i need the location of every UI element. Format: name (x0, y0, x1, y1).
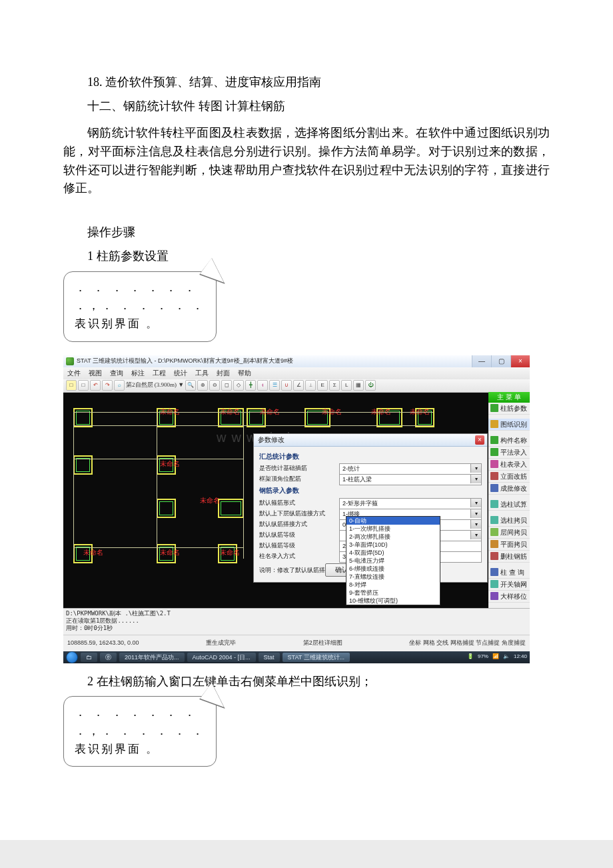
field-label: 框架顶角位配筋 (259, 475, 339, 484)
dropdown[interactable]: 2-统计▾ (339, 463, 482, 475)
dropdown-list[interactable]: 0-自动 1-一次绑扎搭接 2-两次绑扎搭接 3-单面焊(10D) 4-双面焊(… (346, 516, 440, 605)
toolbar-icon[interactable]: E (317, 380, 328, 391)
menu-item[interactable]: 工具 (195, 368, 209, 379)
callout-1: ． ． ． ． ． ． ． ．，． ． ． ． ． ． 表识别界面 。 (63, 271, 217, 342)
dropdown-arrow-icon[interactable]: ▾ (470, 499, 481, 507)
menu-item[interactable]: 帮助 (238, 368, 251, 379)
menu-item[interactable]: 标注 (131, 368, 145, 379)
toolbar-icon[interactable]: ↷ (102, 380, 113, 391)
floor-selector[interactable]: 第2自然层 (3.900m) ▼ (126, 381, 184, 390)
dropdown-option[interactable]: 5-电渣压力焊 (346, 557, 440, 565)
dropdown-option[interactable]: 1-一次绑扎搭接 (346, 525, 440, 533)
col-label: 未命名 (83, 547, 103, 558)
menu-item[interactable]: 文件 (67, 368, 81, 379)
menu-item[interactable]: 查询 (110, 368, 123, 379)
toolbar-icon[interactable]: ╋ (245, 380, 256, 391)
sidebar-item[interactable]: 图纸识别 (488, 419, 530, 431)
sidebar-item-label: 构件名称 (500, 435, 527, 446)
toolbar-icon[interactable]: ◇ (233, 380, 244, 391)
taskbar-item[interactable]: STAT 三维建筑统计... (283, 653, 350, 662)
sidebar-item-label: 平法录入 (500, 447, 527, 458)
dropdown-option[interactable]: 6-绑接或连接 (346, 565, 440, 573)
taskbar-item[interactable]: Stat (259, 653, 280, 662)
dropdown[interactable]: 2-矩形井字箍▾ (339, 498, 482, 509)
toolbar-icon[interactable]: ⏻ (365, 380, 376, 391)
dropdown-option[interactable]: 8-对焊 (346, 581, 440, 589)
sidebar-item[interactable]: 平面拷贝 (488, 539, 530, 551)
toolbar-icon[interactable]: ⫞ (257, 380, 268, 391)
toolbar-icon[interactable]: ⌕ (114, 380, 125, 391)
toolbar-icon[interactable]: ∪ (281, 380, 292, 391)
toolbar-icon[interactable]: ⟂ (305, 380, 316, 391)
taskbar-item[interactable]: 🗀 (81, 653, 97, 662)
sidebar-item-label: 层间拷贝 (500, 527, 527, 538)
taskbar-item[interactable]: ⓔ (100, 653, 117, 662)
dropdown-option[interactable]: 4-双面焊(5D) (346, 549, 440, 557)
dropdown-option[interactable]: 2-两次绑扎搭接 (346, 533, 440, 541)
dropdown-option[interactable]: 0-自动 (346, 517, 440, 525)
dropdown-option[interactable]: 10-维螺纹(可调型) (346, 597, 440, 605)
toolbar-icon[interactable]: ▦ (353, 380, 364, 391)
toolbar[interactable]: □ □ ↶ ↷ ⌕ 第2自然层 (3.900m) ▼ 🔍 ⊕ ⊖ ◻ ◇ ╋ ⫞… (63, 379, 530, 393)
sidebar-item[interactable]: 选柱拷贝 (488, 515, 530, 527)
toolbar-icon[interactable]: ☰ (269, 380, 280, 391)
dropdown-arrow-icon[interactable]: ▾ (470, 531, 481, 539)
menu-item[interactable]: 视图 (89, 368, 102, 379)
cmd-line: D:\PKPMWORK\副本 .\柱施工图\2.T (66, 610, 527, 617)
systray[interactable]: 🔋 97% 📶 🔈 12:40 (467, 653, 527, 661)
callout-wrap: ． ． ． ． ． ． ． ．，． ． ． ． ． ． 表识别界面 。 (63, 271, 550, 342)
toolbar-icon[interactable]: ⊕ (197, 380, 208, 391)
toolbar-icon[interactable]: 🔍 (185, 380, 196, 391)
toolbar-icon[interactable]: L (341, 380, 352, 391)
sidebar-item[interactable]: 层间拷贝 (488, 527, 530, 539)
doc-step1: 1 柱筋参数设置 (63, 247, 550, 266)
dropdown-arrow-icon[interactable]: ▾ (470, 475, 481, 483)
toolbar-icon[interactable]: □ (66, 380, 77, 391)
menu-item[interactable]: 统计 (174, 368, 187, 379)
sidebar-item[interactable]: 柱 查 询 (488, 567, 530, 579)
start-button-icon[interactable] (66, 651, 78, 663)
menu-item[interactable]: 封面 (217, 368, 230, 379)
snap-toggles[interactable]: 坐标 网格 交线 网格捕捉 节点捕捉 角度捕捉 (409, 639, 526, 648)
toolbar-icon[interactable]: □ (78, 380, 89, 391)
dropdown[interactable]: 1-柱筋入梁▾ (339, 474, 482, 485)
toolbar-icon[interactable]: Σ (329, 380, 340, 391)
minimize-button[interactable]: — (472, 355, 491, 367)
sidebar-item[interactable]: 柱表录入 (488, 459, 530, 471)
menubar[interactable]: 文件 视图 查询 标注 工程 统计 工具 封面 帮助 (63, 367, 530, 379)
close-button[interactable]: × (510, 355, 530, 367)
sidebar-item[interactable]: 删柱钢筋 (488, 551, 530, 563)
command-bar[interactable]: D:\PKPMWORK\副本 .\柱施工图\2.T 正在读取第1层数据.....… (63, 608, 530, 635)
dropdown-option[interactable]: 7-直螺纹连接 (346, 573, 440, 581)
sidebar-item[interactable]: 大样移位 (488, 591, 530, 603)
sidebar-item[interactable]: 平法录入 (488, 447, 530, 459)
dropdown-option[interactable]: 3-单面焊(10D) (346, 541, 440, 549)
dropdown-arrow-icon[interactable]: ▾ (470, 520, 481, 529)
toolbar-icon[interactable]: ↶ (90, 380, 101, 391)
callout-text: 表识别界面 。 (75, 740, 205, 758)
toolbar-icon[interactable]: ∠ (293, 380, 304, 391)
sidebar-item[interactable]: 构件名称 (488, 435, 530, 447)
dropdown-arrow-icon[interactable]: ▾ (470, 509, 481, 518)
menu-item[interactable]: 工程 (153, 368, 166, 379)
sidebar-item-icon (490, 540, 498, 548)
taskbar-item[interactable]: 2011年软件产品功... (119, 653, 185, 662)
toolbar-icon[interactable]: ◻ (221, 380, 232, 391)
toolbar-icon[interactable]: ⊖ (209, 380, 220, 391)
sidebar-item-icon (490, 552, 498, 560)
sidebar-item[interactable]: 开关轴网 (488, 579, 530, 591)
maximize-button[interactable]: ▢ (491, 355, 510, 367)
net-icon: 📶 (492, 653, 499, 661)
callout-dots: ． ． ． ． ． ． ． (75, 279, 205, 297)
taskbar[interactable]: 🗀 ⓔ 2011年软件产品功... AutoCAD 2004 - [日... S… (63, 651, 530, 663)
dropdown-option[interactable]: 9-套管挤压 (346, 589, 440, 597)
window-controls[interactable]: — ▢ × (472, 355, 530, 367)
sidebar-item[interactable]: 立面改筋 (488, 471, 530, 483)
sidebar-item-icon (490, 472, 498, 480)
dialog-close-icon[interactable]: × (475, 435, 484, 445)
taskbar-item[interactable]: AutoCAD 2004 - [日... (187, 653, 256, 662)
sidebar-item[interactable]: 柱筋参数 (488, 403, 530, 415)
sidebar-item[interactable]: 选柱试算 (488, 499, 530, 511)
dropdown-arrow-icon[interactable]: ▾ (470, 464, 481, 473)
sidebar-item[interactable]: 成批修改 (488, 483, 530, 495)
